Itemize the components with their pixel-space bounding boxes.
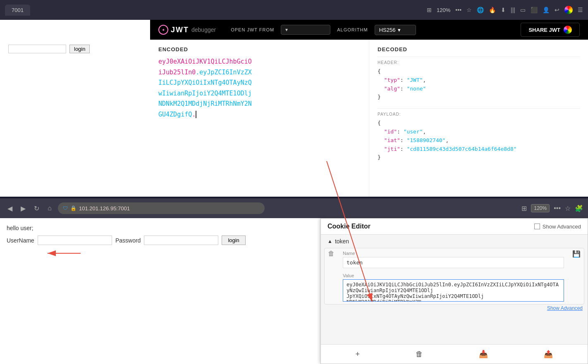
more-icon[interactable]: ••• [455,7,461,13]
back-button[interactable]: ◀ [5,203,15,213]
cookie-item: 🗑 Name Value eyJ0eXAiOiJKV1QiLCJhbGciOiJ… [324,248,584,305]
url-text: 101.201.126.95:7001 [79,205,130,212]
show-advanced-link[interactable]: Show Advanced [321,305,588,312]
open-jwt-from-dropdown[interactable]: ▾ [281,25,330,35]
jwt-decoded-panel: Decoded HEADER: { "typ": "JWT", "alg": "… [369,40,588,198]
jwt-payload-json: { "id": "user", "iat": "1588902740", "jt… [378,119,580,162]
flame-icon[interactable]: 🔥 [489,7,496,13]
password-label: Password [115,237,141,244]
cookie-value-field-row: Value eyJ0eXAiOiJKV1QiLCJhbGciOiJub25lIn… [338,271,569,304]
extensions-icon-bottom[interactable]: 🧩 [575,205,583,212]
home-button[interactable]: ⌂ [45,203,55,213]
star-icon-bottom[interactable]: ☆ [565,205,571,212]
cookie-name-field-row: Name [338,248,569,271]
jwt-logo-text: JWT [171,26,189,34]
tab-title: 7001 [12,7,24,13]
cookie-editor-footer: + 🗑 📥 📤 [321,344,588,364]
library-icon[interactable]: ||| [511,7,515,13]
chevron-icon: ▲ [327,238,332,244]
browser-bottom-toolbar: ⊞ 120% ••• ☆ 🧩 [521,204,583,212]
grid-icon-bottom[interactable]: ⊞ [521,205,527,212]
cookie-name-input[interactable] [343,257,564,268]
jwt-debugger-page: ✦ JWT debugger OPEN JWT FROM ▾ ALGORITHM… [150,20,588,198]
jwt-logo: ✦ JWT debugger [158,25,216,35]
forward-button[interactable]: ▶ [18,203,28,213]
show-advanced-label: Show Advanced [543,224,581,230]
cookie-list-header[interactable]: ▲ token [321,235,588,248]
screenshot-icon[interactable]: ⬛ [531,7,538,13]
lock-icon: 🔒 [70,205,76,211]
save-cookie-button[interactable]: 💾 [569,248,584,259]
add-cookie-button[interactable]: + [352,348,363,360]
cookie-editor-panel: Cookie Editor Show Advanced ▲ token 🗑 Na… [320,218,588,364]
delete-all-button[interactable]: 🗑 [412,348,426,360]
profile-icon[interactable]: 👤 [543,7,550,13]
header-label: HEADER: [378,57,580,65]
algorithm-value: HS256 [379,27,396,33]
back-icon[interactable]: ↩ [555,7,559,13]
browser-top-icons: ⊞ 120% ••• ☆ 🌐 🔥 ⬇ ||| ▭ ⬛ 👤 ↩ ☰ [427,6,583,14]
share-jwt-button[interactable]: SHARE JWT [521,23,580,37]
jwt-header-json: { "typ": "JWT", "alg": "none" } [378,67,580,102]
algorithm-dropdown[interactable]: HS256 ▾ [375,25,416,35]
colorpicker-icon[interactable] [564,6,573,14]
username-label: UserName [7,237,34,244]
shield-icon: 🛡 [63,205,68,211]
zoom-level-bottom: 120% [531,204,550,212]
cookie-fields: Name Value eyJ0eXAiOiJKV1QiLCJhbGciOiJub… [338,248,569,304]
payload-label: PAYLOAD: [378,108,580,117]
address-bar[interactable]: 🛡 🔒 101.201.126.95:7001 [58,202,265,214]
export-button[interactable]: 📤 [540,348,556,360]
algorithm-label: ALGORITHM [337,27,368,32]
globe-icon[interactable]: 🌐 [477,7,484,13]
cookie-editor-header: Cookie Editor Show Advanced [321,219,588,235]
login-button-top[interactable]: login [69,45,90,53]
open-jwt-from-label: OPEN JWT FROM [231,27,274,32]
browser-bottom-chrome: ◀ ▶ ↻ ⌂ 🛡 🔒 101.201.126.95:7001 ⊞ 120% •… [0,198,588,218]
more-icon-bottom[interactable]: ••• [554,205,561,212]
password-input[interactable] [144,236,218,245]
jwt-logo-icon: ✦ [158,25,168,35]
jwt-encoded-panel: Encoded eyJ0eXAiOiJKV1QiLCJhbGciO iJub25… [150,40,369,198]
import-button[interactable]: 📥 [476,348,491,360]
show-advanced-container: Show Advanced [534,224,581,230]
download-icon[interactable]: ⬇ [501,7,506,13]
show-advanced-checkbox[interactable] [534,224,540,229]
bottom-webpage: hello user; UserName Password login [0,218,320,364]
username-input[interactable] [38,236,112,245]
name-field-label: Name [343,251,564,256]
username-input-top[interactable] [8,45,66,53]
layout-icon[interactable]: ▭ [520,7,526,13]
jwt-logo-sub: debugger [191,26,216,33]
cookie-value-textarea[interactable]: eyJ0eXAiOiJKV1QiLCJhbGciOiJub25lIn0.eyJp… [343,279,564,302]
delete-cookie-button[interactable]: 🗑 [325,248,338,259]
greeting-text: hello user; [7,225,314,231]
cookie-name-header: token [335,238,349,245]
jwt-content: Encoded eyJ0eXAiOiJKV1QiLCJhbGciO iJub25… [150,40,588,198]
cookie-editor-title: Cookie Editor [327,223,370,230]
jwt-topbar: ✦ JWT debugger OPEN JWT FROM ▾ ALGORITHM… [150,20,588,40]
encoded-label: Encoded [158,46,361,52]
share-icon [564,26,572,34]
decoded-label: Decoded [378,46,580,52]
reload-button[interactable]: ↻ [31,203,41,213]
star-icon[interactable]: ☆ [466,7,472,13]
value-field-label: Value [343,273,564,278]
grid-icon[interactable]: ⊞ [427,7,432,13]
jwt-encoded-text[interactable]: eyJ0eXAiOiJKV1QiLCJhbGciO iJub25lIn0.eyJ… [158,57,361,120]
browser-top-chrome: 7001 ⊞ 120% ••• ☆ 🌐 🔥 ⬇ ||| ▭ ⬛ 👤 ↩ ☰ [0,0,588,20]
jwt-payload-section: PAYLOAD: { "id": "user", "iat": "1588902… [378,108,580,162]
login-form-row: UserName Password login [7,236,314,245]
browser-tab[interactable]: 7001 [5,5,30,16]
login-button[interactable]: login [222,236,245,245]
zoom-level: 120% [437,7,450,13]
cookie-item-row: 🗑 Name Value eyJ0eXAiOiJKV1QiLCJhbGciOiJ… [325,248,584,304]
jwt-header-section: HEADER: { "typ": "JWT", "alg": "none" } [378,57,580,102]
menu-icon[interactable]: ☰ [578,7,583,13]
